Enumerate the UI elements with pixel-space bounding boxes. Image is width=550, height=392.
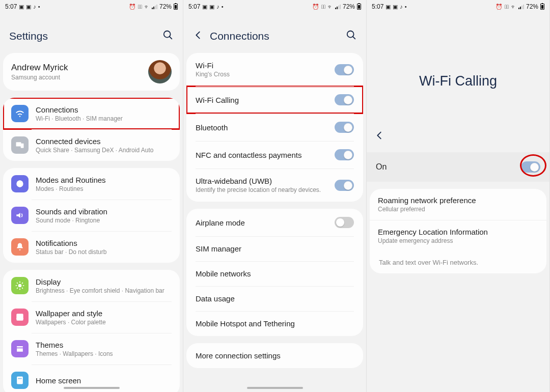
row-hotspot[interactable]: Mobile Hotspot and Tethering [186, 311, 363, 336]
row-label: Emergency Location Information [378, 228, 538, 236]
svg-line-12 [22, 283, 23, 284]
row-wallpaper[interactable]: Wallpaper and style Wallpapers · Color p… [3, 301, 180, 333]
row-label: Modes and Routines [36, 176, 172, 184]
svg-rect-14 [16, 314, 23, 320]
mute-icon: 🔈⃠ [321, 4, 325, 10]
music-icon: ♪ [33, 4, 36, 10]
home-icon [11, 372, 29, 389]
alarm-icon: ⏰ [496, 4, 503, 10]
wifi-calling-master-row[interactable]: On [367, 152, 549, 182]
wifi-calling-options: Roaming network preference Cellular pref… [370, 189, 546, 273]
gallery-icon: ▣ [393, 4, 398, 10]
nfc-toggle[interactable] [335, 149, 354, 160]
nav-indicator[interactable] [64, 387, 120, 389]
row-label: Wi-Fi [196, 61, 335, 70]
airplane-toggle[interactable] [335, 217, 354, 228]
row-wifi[interactable]: Wi-Fi King's Cross [186, 53, 363, 86]
svg-line-20 [353, 37, 355, 39]
svg-rect-16 [18, 378, 19, 379]
alarm-icon: ⏰ [129, 4, 136, 10]
wifi-icon [11, 105, 29, 122]
row-uwb[interactable]: Ultra-wideband (UWB) Identify the precis… [186, 169, 363, 202]
on-label: On [376, 162, 521, 172]
row-label: NFC and contactless payments [196, 151, 335, 159]
connections-group-2: Airplane mode SIM manager Mobile network… [186, 209, 363, 336]
connections-group-1: Wi-Fi King's Cross Wi-Fi Calling Bluetoo… [186, 53, 363, 202]
wallpaper-icon [11, 309, 29, 326]
status-bar: 5:07 ▣ ▣ ♪ • ⏰ 🔈⃠ ᯤ 72% [0, 0, 183, 12]
row-connections[interactable]: Connections Wi-Fi · Bluetooth · SIM mana… [3, 98, 180, 129]
signal-icon [335, 4, 341, 9]
row-label: Sounds and vibration [36, 207, 172, 216]
battery-pct: 72% [526, 3, 538, 10]
row-sounds[interactable]: Sounds and vibration Sound mode · Ringto… [3, 200, 180, 231]
picture-icon: ▣ [386, 4, 391, 10]
wifi-calling-footer: Talk and text over Wi-Fi networks. [370, 251, 546, 273]
picture-icon: ▣ [202, 4, 207, 10]
more-icon: • [38, 4, 40, 10]
account-sub: Samsung account [11, 74, 148, 81]
themes-icon [11, 340, 29, 357]
row-label: Mobile networks [196, 269, 354, 278]
music-icon: ♪ [216, 4, 219, 10]
row-sub: Identify the precise location of nearby … [196, 186, 335, 193]
account-card[interactable]: Andrew Myrick Samsung account [3, 53, 180, 91]
row-mobile-networks[interactable]: Mobile networks [186, 261, 363, 286]
row-emergency-location[interactable]: Emergency Location Information Update em… [370, 220, 546, 251]
row-wifi-calling[interactable]: Wi-Fi Calling [186, 86, 363, 114]
search-icon[interactable] [346, 30, 357, 43]
row-display[interactable]: Display Brightness · Eye comfort shield … [3, 270, 180, 301]
row-label: Connected devices [36, 137, 172, 146]
connections-group-3: More connection settings [186, 343, 363, 368]
account-name: Andrew Myrick [11, 63, 148, 73]
bluetooth-toggle[interactable] [335, 122, 354, 133]
signal-icon [152, 4, 157, 9]
display-icon [11, 277, 29, 294]
svg-line-13 [17, 288, 18, 289]
svg-rect-2 [16, 142, 21, 146]
mute-icon: 🔈⃠ [505, 4, 509, 10]
row-label: SIM manager [196, 244, 354, 253]
wifi-calling-toggle[interactable] [335, 94, 354, 105]
music-icon: ♪ [400, 4, 403, 10]
notifications-icon [11, 238, 29, 256]
battery-icon [174, 4, 178, 10]
row-sub: King's Cross [196, 71, 335, 78]
more-icon: • [222, 4, 224, 10]
status-bar: 5:07 ▣ ▣ ♪ • ⏰ 🔈⃠ ᯤ 72% [367, 0, 549, 12]
battery-pct: 72% [159, 3, 172, 10]
wifi-toggle[interactable] [335, 64, 354, 75]
row-label: Themes [36, 341, 172, 349]
row-more-connection-settings[interactable]: More connection settings [186, 343, 363, 368]
avatar[interactable] [148, 60, 172, 83]
svg-rect-3 [21, 144, 24, 148]
settings-group-3: Display Brightness · Eye comfort shield … [3, 270, 180, 392]
row-sim-manager[interactable]: SIM manager [186, 236, 363, 261]
svg-line-11 [22, 288, 23, 289]
row-notifications[interactable]: Notifications Status bar · Do not distur… [3, 231, 180, 263]
row-sub: Status bar · Do not disturb [36, 248, 172, 256]
svg-line-1 [170, 37, 172, 39]
screen-settings: 5:07 ▣ ▣ ♪ • ⏰ 🔈⃠ ᯤ 72% Settings Andrew [0, 0, 183, 392]
wifi-calling-master-toggle[interactable] [521, 161, 540, 173]
screen1-header: Settings [0, 12, 183, 53]
row-themes[interactable]: Themes Themes · Wallpapers · Icons [3, 333, 180, 365]
row-data-usage[interactable]: Data usage [186, 286, 363, 311]
search-icon[interactable] [162, 30, 174, 43]
row-modes[interactable]: Modes and Routines Modes · Routines [3, 168, 180, 200]
row-nfc[interactable]: NFC and contactless payments [186, 141, 363, 169]
row-connected-devices[interactable]: Connected devices Quick Share · Samsung … [3, 129, 180, 161]
battery-icon [540, 4, 544, 10]
wifi-icon: ᯤ [511, 4, 516, 10]
row-bluetooth[interactable]: Bluetooth [186, 114, 363, 141]
wifi-icon: ᯤ [144, 4, 150, 10]
back-icon[interactable] [374, 130, 385, 143]
row-airplane[interactable]: Airplane mode [186, 209, 363, 236]
back-icon[interactable] [193, 30, 207, 43]
row-roaming-pref[interactable]: Roaming network preference Cellular pref… [370, 189, 546, 220]
status-time: 5:07 [5, 3, 17, 10]
screen-connections: 5:07 ▣ ▣ ♪ • ⏰ 🔈⃠ ᯤ 72% Connections [183, 0, 367, 392]
settings-group-connections: Connections Wi-Fi · Bluetooth · SIM mana… [3, 98, 180, 161]
nav-indicator[interactable] [247, 387, 303, 389]
uwb-toggle[interactable] [335, 180, 354, 191]
